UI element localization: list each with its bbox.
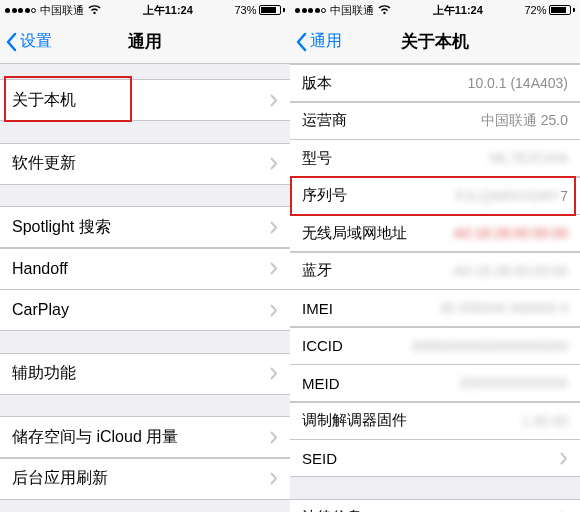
row-label: SEID <box>302 450 337 467</box>
row-value: A0:18:28:00:00:00 <box>454 225 568 241</box>
nav-title: 通用 <box>128 30 162 53</box>
row-right: 1.00.00 <box>521 413 568 429</box>
phone-right-about: 中国联通 上午11:24 72% 通用 关于本机 版本10.0.1 (14A40… <box>290 0 580 512</box>
row-label: Handoff <box>12 260 68 278</box>
status-bar: 中国联通 上午11:24 73% <box>0 0 290 20</box>
row-label: 版本 <box>302 74 332 93</box>
chevron-right-icon <box>270 221 278 234</box>
signal-dots <box>5 8 36 13</box>
row-label: 序列号 <box>302 186 347 205</box>
about-list[interactable]: 版本10.0.1 (14A403)运营商中国联通 25.0型号ML7E2CH/A… <box>290 64 580 512</box>
status-carrier: 中国联通 <box>330 3 374 18</box>
about-section: 版本10.0.1 (14A403)运营商中国联通 25.0型号ML7E2CH/A… <box>290 64 580 477</box>
chevron-right-icon <box>270 94 278 107</box>
row-label: IMEI <box>302 300 333 317</box>
nav-back-label: 设置 <box>20 31 52 52</box>
row-value: 10.0.1 (14A403) <box>468 75 568 91</box>
row-label: CarPlay <box>12 301 69 319</box>
status-time: 上午11:24 <box>433 3 483 18</box>
about-row[interactable]: 运营商中国联通 25.0 <box>290 102 580 140</box>
row-right <box>560 452 568 465</box>
row-right <box>270 472 278 485</box>
settings-row[interactable]: 软件更新 <box>0 143 290 185</box>
row-label: ICCID <box>302 337 343 354</box>
row-label: 调制解调器固件 <box>302 411 407 430</box>
phone-left-general: 中国联通 上午11:24 73% 设置 通用 关于本机软件更新Spotlight… <box>0 0 290 512</box>
about-row[interactable]: SEID <box>290 439 580 477</box>
row-right: 35000000000000 <box>459 375 568 391</box>
row-right: ML7E2CH/A <box>490 150 568 166</box>
nav-back-button[interactable]: 设置 <box>0 31 52 52</box>
row-label: 辅助功能 <box>12 363 76 384</box>
battery-percent: 72% <box>524 4 546 16</box>
row-value: 35000000000000 <box>459 375 568 391</box>
battery-icon <box>259 5 285 15</box>
row-right <box>270 262 278 275</box>
row-label: 关于本机 <box>12 90 76 111</box>
status-right: 72% <box>524 4 575 16</box>
row-label: Spotlight 搜索 <box>12 217 111 238</box>
nav-back-button[interactable]: 通用 <box>290 31 342 52</box>
settings-row[interactable]: 关于本机 <box>0 79 290 121</box>
row-value: A0:18:28:00:00:00 <box>454 263 568 279</box>
row-value: 中国联通 25.0 <box>481 112 568 130</box>
settings-list[interactable]: 关于本机软件更新Spotlight 搜索HandoffCarPlay辅助功能储存… <box>0 64 290 512</box>
settings-row[interactable]: Spotlight 搜索 <box>0 206 290 248</box>
row-label: MEID <box>302 375 340 392</box>
settings-row[interactable]: 辅助功能 <box>0 353 290 395</box>
row-right <box>270 157 278 170</box>
about-row-legal[interactable]: 法律信息 <box>290 499 580 513</box>
about-row[interactable]: 调制解调器固件1.00.00 <box>290 402 580 440</box>
about-row[interactable]: ICCID89860000000000000000 <box>290 327 580 365</box>
chevron-right-icon <box>560 452 568 465</box>
status-right: 73% <box>234 4 285 16</box>
about-row[interactable]: 无线局域网地址A0:18:28:00:00:00 <box>290 214 580 252</box>
about-row[interactable]: 序列号F2LQW0VVGRY7 <box>290 177 580 215</box>
nav-back-label: 通用 <box>310 31 342 52</box>
chevron-right-icon <box>270 472 278 485</box>
row-right: 中国联通 25.0 <box>481 112 568 130</box>
settings-section: 储存空间与 iCloud 用量后台应用刷新 <box>0 416 290 500</box>
row-right <box>270 367 278 380</box>
about-row[interactable]: MEID35000000000000 <box>290 364 580 402</box>
row-label: 法律信息 <box>302 508 362 512</box>
row-right <box>270 221 278 234</box>
row-label: 型号 <box>302 149 332 168</box>
row-right: A0:18:28:00:00:00 <box>454 263 568 279</box>
row-label: 运营商 <box>302 111 347 130</box>
nav-bar: 通用 关于本机 <box>290 20 580 64</box>
row-label: 后台应用刷新 <box>12 468 108 489</box>
about-row[interactable]: 版本10.0.1 (14A403) <box>290 64 580 102</box>
row-right: 89860000000000000000 <box>412 338 568 354</box>
about-row[interactable]: IMEI35 000000 000000 0 <box>290 289 580 327</box>
about-row[interactable]: 蓝牙A0:18:28:00:00:00 <box>290 252 580 290</box>
chevron-right-icon <box>270 304 278 317</box>
settings-row[interactable]: CarPlay <box>0 289 290 331</box>
settings-section: 软件更新 <box>0 143 290 185</box>
signal-dots <box>295 8 326 13</box>
chevron-right-icon <box>270 262 278 275</box>
chevron-right-icon <box>270 157 278 170</box>
settings-row[interactable]: 后台应用刷新 <box>0 458 290 500</box>
row-label: 软件更新 <box>12 153 76 174</box>
row-label: 蓝牙 <box>302 261 332 280</box>
settings-row[interactable]: Handoff <box>0 248 290 290</box>
row-right <box>270 94 278 107</box>
battery-icon <box>549 5 575 15</box>
chevron-right-icon <box>270 431 278 444</box>
row-value: 89860000000000000000 <box>412 338 568 354</box>
row-right: 35 000000 000000 0 <box>440 300 568 316</box>
settings-section: Spotlight 搜索HandoffCarPlay <box>0 206 290 331</box>
chevron-left-icon <box>5 32 17 52</box>
row-value: 35 000000 000000 0 <box>440 300 568 316</box>
chevron-right-icon <box>270 367 278 380</box>
settings-section: 关于本机 <box>0 79 290 121</box>
settings-row[interactable]: 储存空间与 iCloud 用量 <box>0 416 290 458</box>
wifi-icon <box>88 5 101 15</box>
row-label: 储存空间与 iCloud 用量 <box>12 427 178 448</box>
row-right <box>270 304 278 317</box>
about-row[interactable]: 型号ML7E2CH/A <box>290 139 580 177</box>
row-value: 1.00.00 <box>521 413 568 429</box>
row-right: F2LQW0VVGRY7 <box>455 188 568 204</box>
row-right: 10.0.1 (14A403) <box>468 75 568 91</box>
